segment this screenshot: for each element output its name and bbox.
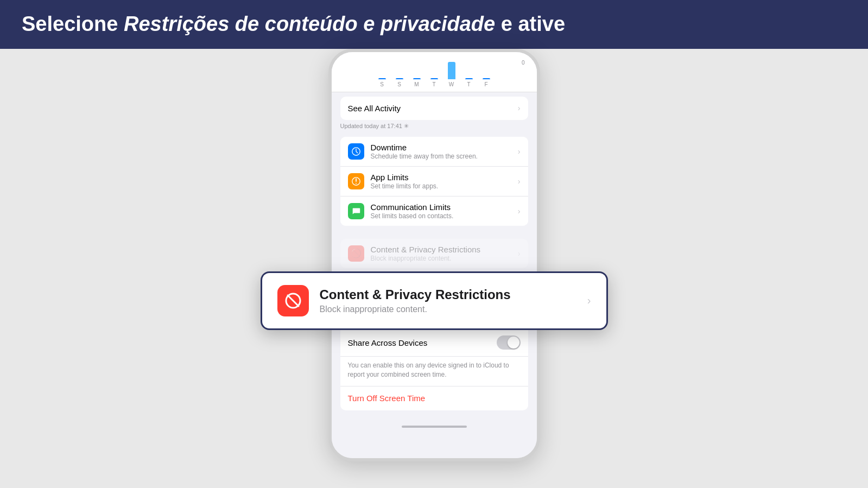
chart-bar-s2: [396, 78, 403, 79]
content-privacy-chevron-bg: ›: [518, 249, 521, 258]
callout-icon: [277, 285, 309, 316]
communication-limits-subtitle: Set limits based on contacts.: [371, 212, 514, 220]
app-limits-title: App Limits: [371, 173, 514, 182]
chart-label-f: F: [483, 81, 490, 87]
see-all-activity-row[interactable]: See All Activity ›: [340, 97, 528, 120]
chart-label-m: M: [413, 81, 421, 87]
turn-off-screen-time-row[interactable]: Turn Off Screen Time: [340, 386, 528, 410]
communication-limits-icon: [348, 203, 364, 219]
content-privacy-row-bg: 🚫 Content & Privacy Restrictions Block i…: [340, 239, 528, 268]
callout-title: Content & Privacy Restrictions: [320, 287, 579, 302]
menu-items-section: Downtime Schedule time away from the scr…: [340, 137, 528, 226]
see-all-section: See All Activity ›: [332, 97, 537, 120]
app-limits-row[interactable]: App Limits Set time limits for apps. ›: [340, 167, 528, 197]
main-area: 0 S S M T W T F: [0, 49, 868, 478]
chart-bar-f: [483, 78, 490, 79]
share-devices-toggle[interactable]: [497, 335, 521, 350]
downtime-title: Downtime: [371, 143, 514, 152]
chart-label-s2: S: [396, 81, 403, 87]
chart-area: 0 S S M T W T F: [332, 52, 537, 92]
share-devices-description: You can enable this on any device signed…: [340, 357, 528, 386]
callout-chevron-icon: ›: [587, 294, 591, 307]
app-limits-subtitle: Set time limits for apps.: [371, 182, 514, 190]
spacer-1: [332, 230, 537, 235]
app-limits-content: App Limits Set time limits for apps.: [371, 173, 514, 190]
share-devices-title: Share Across Devices: [348, 338, 428, 347]
header-title: Selecione Restrições de conteúdo e priva…: [22, 12, 565, 37]
chart-bars: [343, 58, 526, 79]
share-across-devices-row: Share Across Devices: [340, 329, 528, 357]
chart-bar-t1: [430, 78, 438, 79]
svg-line-4: [288, 295, 299, 306]
chart-label-w: W: [448, 81, 455, 87]
downtime-chevron-icon: ›: [518, 147, 521, 156]
communication-limits-title: Communication Limits: [371, 202, 514, 212]
home-bar: [402, 426, 467, 428]
phone-screen: 0 S S M T W T F: [332, 52, 537, 458]
home-indicator: [332, 421, 537, 434]
communication-limits-content: Communication Limits Set limits based on…: [371, 202, 514, 220]
content-privacy-section-bg: 🚫 Content & Privacy Restrictions Block i…: [340, 239, 528, 268]
chart-label-t1: T: [430, 81, 438, 87]
chart-label-s1: S: [378, 81, 386, 87]
downtime-icon: [348, 143, 364, 160]
chart-bar-m: [413, 78, 421, 79]
see-all-chevron-icon: ›: [518, 104, 521, 112]
phone-mockup: 0 S S M T W T F: [328, 49, 540, 461]
content-privacy-subtitle-bg: Block inappropriate content.: [371, 255, 514, 262]
chart-zero-label: 0: [522, 60, 525, 66]
communication-limits-row[interactable]: Communication Limits Set limits based on…: [340, 197, 528, 226]
app-limits-chevron-icon: ›: [518, 177, 521, 186]
content-privacy-icon-bg: 🚫: [348, 245, 364, 262]
header-banner: Selecione Restrições de conteúdo e priva…: [0, 0, 868, 49]
updated-text: Updated today at 17:41 ✳: [332, 120, 537, 132]
callout-content: Content & Privacy Restrictions Block ina…: [320, 287, 579, 314]
callout-subtitle: Block inappropriate content.: [320, 305, 579, 314]
communication-limits-chevron-icon: ›: [518, 207, 521, 216]
app-limits-icon: [348, 173, 364, 189]
chart-labels: S S M T W T F: [343, 81, 526, 87]
content-privacy-title-bg: Content & Privacy Restrictions: [371, 245, 514, 254]
downtime-row[interactable]: Downtime Schedule time away from the scr…: [340, 137, 528, 167]
spacer-bottom: [332, 410, 537, 421]
svg-point-2: [356, 182, 357, 183]
downtime-subtitle: Schedule time away from the screen.: [371, 153, 514, 160]
see-all-label: See All Activity: [348, 104, 401, 113]
chart-bar-s1: [378, 78, 386, 79]
content-privacy-content-bg: Content & Privacy Restrictions Block ina…: [371, 245, 514, 262]
turn-off-label: Turn Off Screen Time: [348, 394, 426, 403]
chart-bar-w: [448, 62, 455, 79]
chart-label-t2: T: [465, 81, 473, 87]
toggle-knob: [508, 337, 519, 348]
downtime-content: Downtime Schedule time away from the scr…: [371, 143, 514, 160]
chart-bar-t2: [465, 78, 473, 79]
content-privacy-callout[interactable]: Content & Privacy Restrictions Block ina…: [261, 271, 608, 330]
